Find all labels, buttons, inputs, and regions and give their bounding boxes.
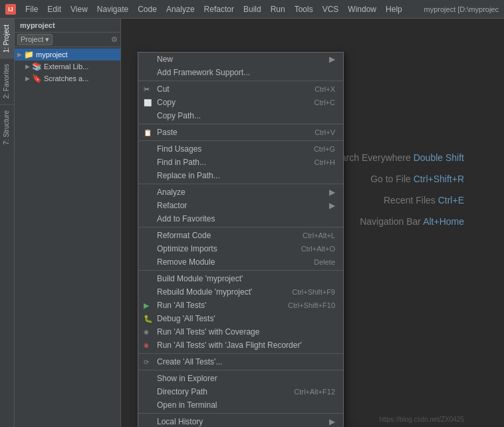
ctx-copy[interactable]: ⬜ Copy Ctrl+C: [138, 96, 343, 109]
ctx-run-flight[interactable]: ◉ Run 'All Tests' with 'Java Flight Reco…: [138, 339, 343, 352]
ctx-directory-path[interactable]: Directory Path Ctrl+Alt+F12: [138, 385, 343, 398]
ctx-debug-all-tests[interactable]: 🐛 Debug 'All Tests': [138, 312, 343, 325]
ctx-open-terminal[interactable]: Open in Terminal: [138, 398, 343, 412]
tree-arrow: ▶: [17, 51, 22, 58]
menu-refactor[interactable]: Refactor: [200, 3, 238, 15]
menu-vcs[interactable]: VCS: [318, 3, 343, 15]
project-dropdown[interactable]: Project ▾: [17, 34, 53, 45]
ctx-optimize-imports-shortcut: Ctrl+Alt+O: [301, 245, 335, 253]
window-title: myproject [D:\myprojec: [424, 5, 499, 13]
menu-build[interactable]: Build: [239, 3, 265, 15]
menu-help[interactable]: Help: [382, 3, 406, 15]
ctx-replace-in-path[interactable]: Replace in Path...: [138, 169, 343, 182]
menu-navigate[interactable]: Navigate: [93, 3, 132, 15]
ctx-refactor-arrow: ▶: [329, 201, 335, 210]
ctx-run-all-tests-shortcut: Ctrl+Shift+F10: [288, 301, 335, 309]
ctx-add-framework[interactable]: Add Framework Support...: [138, 66, 343, 79]
ctx-rebuild-module[interactable]: Rebuild Module 'myproject' Ctrl+Shift+F9: [138, 285, 343, 299]
project-tree: ▶ 📁 myproject ▶ 📚 External Lib... ▶ 🔖 Sc…: [15, 47, 120, 427]
tree-item-scratches[interactable]: ▶ 🔖 Scratches a...: [15, 72, 120, 84]
tree-label: myproject: [36, 51, 68, 59]
cut-icon: ✂: [144, 85, 150, 94]
ctx-paste-label: Paste: [157, 128, 304, 137]
ctx-local-history-label: Local History: [157, 417, 329, 426]
menu-file[interactable]: File: [21, 3, 42, 15]
side-tabs-left: 1: Project 2: Favorites 7: Structure: [0, 19, 15, 427]
ctx-paste[interactable]: 📋 Paste Ctrl+V: [138, 126, 343, 139]
menu-window[interactable]: Window: [344, 3, 380, 15]
tab-structure[interactable]: 7: Structure: [0, 104, 14, 150]
menu-analyze[interactable]: Analyze: [162, 3, 199, 15]
tree-item-external-libs[interactable]: ▶ 📚 External Lib...: [15, 61, 120, 72]
ctx-build-module-label: Build Module 'myproject': [157, 274, 335, 283]
ctx-local-history[interactable]: Local History ▶: [138, 415, 343, 427]
ctx-directory-path-label: Directory Path: [157, 387, 283, 396]
ctx-run-all-tests[interactable]: ▶ Run 'All Tests' Ctrl+Shift+F10: [138, 299, 343, 312]
ctx-sep7: [138, 353, 343, 354]
ctx-find-usages-label: Find Usages: [157, 144, 303, 154]
title-bar: IJ File Edit View Navigate Code Analyze …: [0, 0, 504, 19]
project-title: myproject: [20, 21, 55, 29]
ctx-new-label: New: [157, 55, 329, 64]
ctx-add-favorites[interactable]: Add to Favorites: [138, 212, 343, 225]
app-logo: IJ: [5, 4, 16, 15]
ctx-find-in-path[interactable]: Find in Path... Ctrl+H: [138, 156, 343, 169]
ctx-debug-label: Debug 'All Tests': [157, 314, 335, 323]
ctx-run-flight-label: Run 'All Tests' with 'Java Flight Record…: [157, 341, 335, 350]
ctx-remove-module-label: Remove Module: [157, 257, 303, 267]
ctx-cut-label: Cut: [157, 84, 304, 94]
ctx-reformat-shortcut: Ctrl+Alt+L: [303, 231, 335, 239]
ctx-refactor-label: Refactor: [157, 201, 329, 210]
content-area: Search Everywhere Double Shift Go to Fil…: [121, 19, 504, 427]
ctx-sep4: [138, 184, 343, 184]
ctx-remove-module-shortcut: Delete: [314, 258, 335, 266]
ctx-create-tests-label: Create 'All Tests'...: [157, 357, 335, 366]
ctx-create-tests[interactable]: ⟳ Create 'All Tests'...: [138, 355, 343, 368]
tree-arrow-external: ▶: [25, 63, 30, 70]
ctx-build-module[interactable]: Build Module 'myproject': [138, 272, 343, 285]
libs-icon: 📚: [32, 62, 42, 71]
menu-bar: File Edit View Navigate Code Analyze Ref…: [21, 3, 406, 15]
menu-edit[interactable]: Edit: [43, 3, 65, 15]
ctx-add-framework-label: Add Framework Support...: [157, 68, 335, 77]
ctx-new[interactable]: New ▶: [138, 53, 343, 66]
gear-icon[interactable]: ⚙: [111, 35, 118, 44]
project-panel-header: myproject: [15, 19, 120, 33]
ctx-sep8: [138, 370, 343, 370]
ctx-sep2: [138, 124, 343, 124]
menu-code[interactable]: Code: [134, 3, 161, 15]
ctx-run-coverage-label: Run 'All Tests' with Coverage: [157, 327, 335, 337]
flight-icon: ◉: [144, 342, 149, 349]
menu-overlay: New ▶ Add Framework Support... ✂ Cut Ctr…: [121, 19, 504, 427]
ctx-run-coverage[interactable]: ◉ Run 'All Tests' with Coverage: [138, 325, 343, 339]
ctx-reformat-label: Reformat Code: [157, 231, 292, 240]
ctx-reformat[interactable]: Reformat Code Ctrl+Alt+L: [138, 229, 343, 242]
copy-icon: ⬜: [144, 99, 152, 106]
menu-view[interactable]: View: [66, 3, 92, 15]
paste-icon: 📋: [144, 129, 152, 136]
ctx-remove-module[interactable]: Remove Module Delete: [138, 255, 343, 269]
ctx-analyze-label: Analyze: [157, 188, 329, 197]
ctx-copy-path[interactable]: Copy Path...: [138, 109, 343, 122]
ctx-local-history-arrow: ▶: [329, 417, 335, 426]
ctx-find-usages[interactable]: Find Usages Ctrl+G: [138, 142, 343, 156]
ctx-add-favorites-label: Add to Favorites: [157, 214, 335, 223]
ctx-optimize-imports[interactable]: Optimize Imports Ctrl+Alt+O: [138, 242, 343, 255]
ctx-refactor[interactable]: Refactor ▶: [138, 199, 343, 212]
ctx-find-in-path-shortcut: Ctrl+H: [315, 158, 335, 166]
ctx-sep9: [138, 413, 343, 414]
ctx-cut[interactable]: ✂ Cut Ctrl+X: [138, 82, 343, 96]
menu-run[interactable]: Run: [267, 3, 289, 15]
ctx-show-explorer[interactable]: Show in Explorer: [138, 372, 343, 385]
tab-project[interactable]: 1: Project: [0, 19, 14, 58]
folder-icon: 📁: [24, 50, 34, 59]
tree-label-scratches: Scratches a...: [44, 74, 88, 82]
menu-tools[interactable]: Tools: [291, 3, 317, 15]
ctx-copy-label: Copy: [157, 98, 304, 107]
ctx-show-explorer-label: Show in Explorer: [157, 374, 335, 383]
ctx-rebuild-module-label: Rebuild Module 'myproject': [157, 287, 281, 297]
ctx-sep6: [138, 270, 343, 271]
tree-item-myproject[interactable]: ▶ 📁 myproject: [15, 49, 120, 61]
ctx-analyze[interactable]: Analyze ▶: [138, 186, 343, 199]
tab-favorites[interactable]: 2: Favorites: [0, 58, 14, 104]
